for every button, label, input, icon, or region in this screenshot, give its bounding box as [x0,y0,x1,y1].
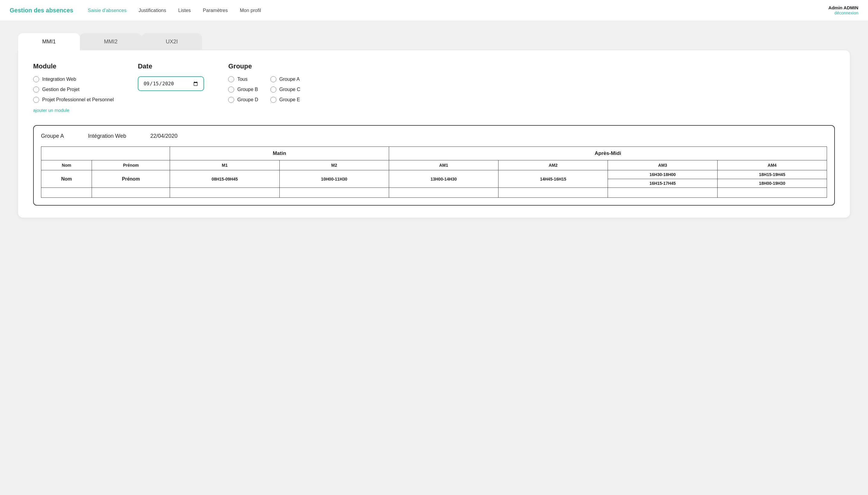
time-am4-2: 18H00-19H30 [717,179,827,188]
nav-justifications[interactable]: Justifications [139,8,167,13]
groupe-section: Groupe Tous Groupe A Groupe B [228,63,300,113]
groupe-radio-d[interactable] [228,97,234,103]
results-date: 22/04/2020 [151,133,177,139]
time-am3-1: 16H30-18H00 [608,170,717,179]
groupe-label-b: Groupe B [237,87,258,92]
module-label-2: Projet Professionnel et Personnel [42,97,114,102]
nav-monprofil[interactable]: Mon profil [240,8,261,13]
slot-am3: AM3 [608,160,717,170]
results-header: Groupe A Intégration Web 22/04/2020 [41,133,827,139]
slot-m2: M2 [279,160,389,170]
col-prenom-label: Prénom [92,170,170,188]
time-am1: 13H00-14H30 [389,170,498,188]
module-radio-2[interactable] [33,97,39,103]
main-panel: Module Integration Web Gestion de Projet… [18,50,850,218]
col-nom-header: Nom [41,160,92,170]
module-title: Module [33,63,114,70]
page-content: MMI1 MMI2 UX2I Module Integration Web Ge… [0,21,868,230]
slot-am4: AM4 [717,160,827,170]
logout-link[interactable]: déconnexion [835,11,858,15]
groupe-radio-e[interactable] [270,97,276,103]
add-module-link[interactable]: ajouter un module [33,108,69,113]
nav-saisie[interactable]: Saisie d'absences [88,8,126,13]
time-am3-cell: 16H30-18H00 16H15-17H45 [608,170,717,188]
date-input-wrapper [138,76,204,91]
period-matin: Matin [170,147,389,160]
groupe-tous[interactable]: Tous [228,76,258,82]
module-radio-0[interactable] [33,76,39,82]
slot-m1: M1 [170,160,279,170]
groupe-radio-tous[interactable] [228,76,234,82]
user-name: Admin ADMIN [829,5,858,10]
time-m2: 10H00-11H30 [279,170,389,188]
nav-links: Saisie d'absences Justifications Listes … [88,8,814,13]
groupe-radio-c[interactable] [270,86,276,92]
col-prenom-header: Prénom [92,160,170,170]
module-section: Module Integration Web Gestion de Projet… [33,63,114,113]
module-item-2[interactable]: Projet Professionnel et Personnel [33,97,114,103]
module-item-1[interactable]: Gestion de Projet [33,86,114,92]
time-am4-1: 18H15-19H45 [717,170,827,179]
col-nom-label: Nom [41,170,92,188]
module-item-0[interactable]: Integration Web [33,76,114,82]
results-module: Intégration Web [88,133,126,139]
date-title: Date [138,63,204,70]
user-info: Admin ADMIN déconnexion [829,5,858,16]
slot-am2: AM2 [499,160,608,170]
groupe-label-a: Groupe A [279,76,300,82]
groupe-d[interactable]: Groupe D [228,97,258,103]
date-section: Date [138,63,204,113]
groupe-e[interactable]: Groupe E [270,97,300,103]
groupe-a[interactable]: Groupe A [270,76,300,82]
date-input[interactable] [143,81,198,87]
period-aprem: Après-Midi [389,147,827,160]
module-label-0: Integration Web [42,76,76,82]
results-area: Groupe A Intégration Web 22/04/2020 Mati… [33,125,835,206]
navbar: Gestion des absences Saisie d'absences J… [0,0,868,21]
groupe-radio-a[interactable] [270,76,276,82]
brand: Gestion des absences [10,7,73,14]
tabs-row: MMI1 MMI2 UX2I [18,33,850,50]
results-groupe: Groupe A [41,133,64,139]
slot-am1: AM1 [389,160,498,170]
groupe-radio-b[interactable] [228,86,234,92]
schedule-table: Matin Après-Midi Nom Prénom M1 M2 AM1 AM… [41,147,827,198]
groupe-c[interactable]: Groupe C [270,86,300,92]
time-am4-cell: 18H15-19H45 18H00-19H30 [717,170,827,188]
time-am2: 14H45-16H15 [499,170,608,188]
groupe-label-d: Groupe D [237,97,258,102]
time-m1: 08H15-09H45 [170,170,279,188]
groupe-b[interactable]: Groupe B [228,86,258,92]
table-row [41,188,827,198]
module-radio-1[interactable] [33,86,39,92]
groupe-label-c: Groupe C [279,87,300,92]
tab-ux2i[interactable]: UX2I [142,33,202,50]
tab-mmi2[interactable]: MMI2 [80,33,142,50]
groupe-grid: Tous Groupe A Groupe B Groupe C [228,76,300,103]
tab-mmi1[interactable]: MMI1 [18,33,80,50]
time-am3-2: 16H15-17H45 [608,179,717,188]
empty-header [41,147,170,160]
groupe-label-tous: Tous [237,76,247,82]
module-list: Integration Web Gestion de Projet Projet… [33,76,114,103]
nav-listes[interactable]: Listes [178,8,191,13]
filter-row: Module Integration Web Gestion de Projet… [33,63,835,113]
module-label-1: Gestion de Projet [42,87,80,92]
groupe-label-e: Groupe E [279,97,300,102]
nav-parametres[interactable]: Paramètres [203,8,228,13]
groupe-title: Groupe [228,63,300,70]
